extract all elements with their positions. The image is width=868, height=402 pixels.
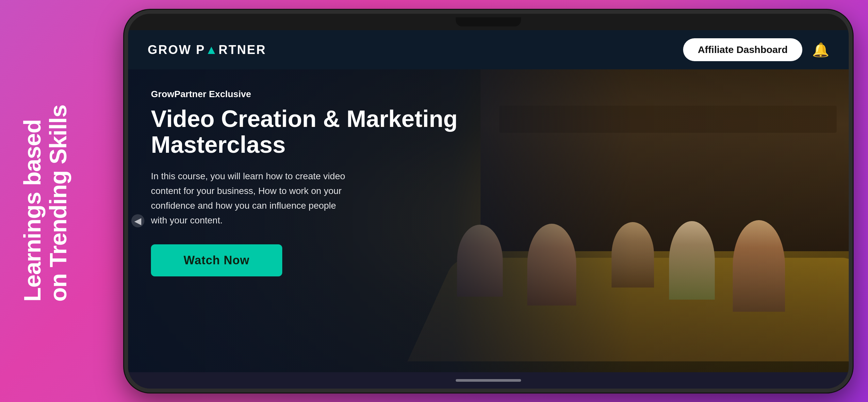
phone-device: GROW P▲RTNER Affiliate Dashboard 🔔 — [124, 10, 852, 393]
phone-notch — [456, 17, 521, 27]
logo-text: GROW P▲RTNER — [148, 43, 266, 57]
notification-icon[interactable]: 🔔 — [812, 42, 829, 58]
left-tagline: Learnings based on Trending Skills — [20, 100, 118, 302]
phone-screen: GROW P▲RTNER Affiliate Dashboard 🔔 — [128, 30, 849, 372]
phone-bottom-bar — [128, 372, 849, 389]
home-indicator[interactable] — [456, 379, 521, 382]
phone-volume-button — [124, 105, 125, 132]
phone-top-bar — [128, 14, 849, 30]
logo-arrow-icon: ▲ — [205, 43, 219, 57]
hero-content: GrowPartner Exclusive Video Creation & M… — [128, 69, 561, 296]
exclusive-label: GrowPartner Exclusive — [151, 89, 538, 99]
logo: GROW P▲RTNER — [148, 43, 266, 57]
phone-frame: GROW P▲RTNER Affiliate Dashboard 🔔 — [124, 10, 852, 393]
header-right: Affiliate Dashboard 🔔 — [683, 38, 829, 61]
hero-title: Video Creation & Marketing Masterclass — [151, 106, 538, 157]
affiliate-dashboard-button[interactable]: Affiliate Dashboard — [683, 38, 802, 61]
sidebar-expand-button[interactable]: ◀ — [131, 214, 145, 227]
watch-now-button[interactable]: Watch Now — [151, 245, 282, 277]
hero-section: ◀ GrowPartner Exclusive Video Creation &… — [128, 69, 849, 372]
app-header: GROW P▲RTNER Affiliate Dashboard 🔔 — [128, 30, 849, 69]
hero-description: In this course, you will learn how to cr… — [151, 169, 347, 228]
left-tagline-text: Learnings based on Trending Skills — [19, 105, 71, 302]
